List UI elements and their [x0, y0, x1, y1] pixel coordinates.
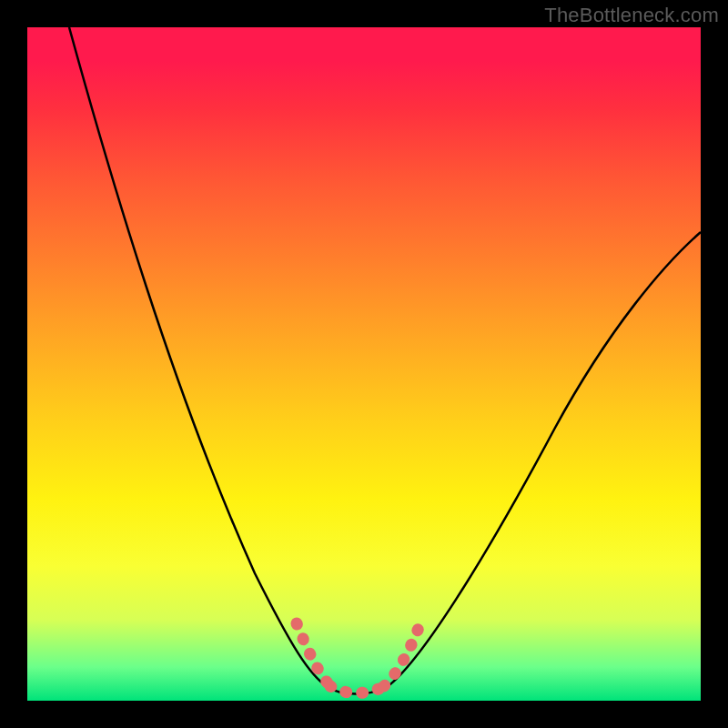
- optimal-marker-left: [297, 623, 330, 686]
- chart-frame: TheBottleneck.com: [0, 0, 728, 728]
- watermark-text: TheBottleneck.com: [544, 4, 719, 27]
- optimal-marker-right: [384, 628, 419, 686]
- bottleneck-curve: [27, 27, 701, 701]
- curve-left: [69, 27, 328, 687]
- curve-right: [387, 232, 701, 687]
- plot-area: [27, 27, 701, 701]
